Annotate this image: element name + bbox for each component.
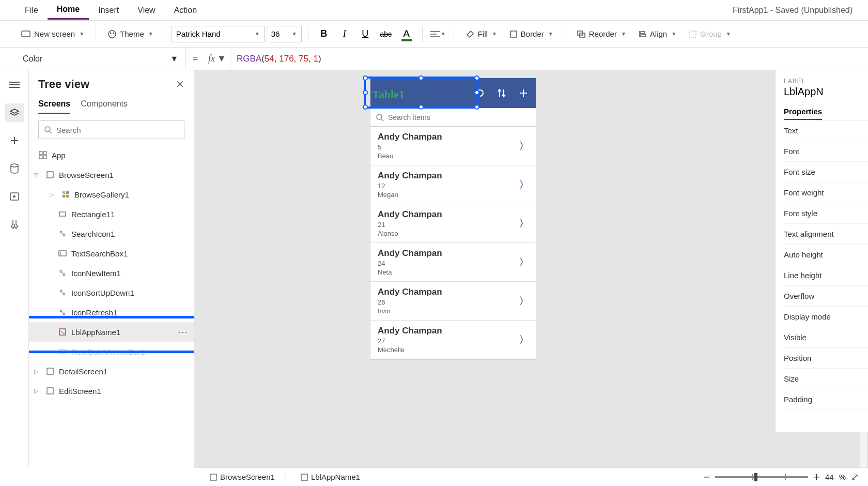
- menu-action[interactable]: Action: [165, 2, 206, 19]
- tree-node-iconrefresh[interactable]: IconRefresh1: [29, 302, 194, 322]
- chevron-right-icon[interactable]: 〉: [519, 178, 529, 191]
- underline-button[interactable]: U: [356, 25, 375, 43]
- zoom-slider[interactable]: [715, 476, 808, 478]
- close-panel-button[interactable]: ✕: [176, 78, 184, 90]
- more-options-button[interactable]: ⋯: [178, 326, 189, 338]
- font-family-select[interactable]: Patrick Hand ▼: [172, 26, 265, 42]
- list-item[interactable]: Andy Champan24Neta〉: [370, 243, 536, 282]
- property-row[interactable]: Overflow: [784, 286, 868, 307]
- resize-handle[interactable]: [419, 75, 424, 81]
- strikethrough-button[interactable]: abc: [377, 25, 395, 43]
- add-button[interactable]: [515, 85, 532, 101]
- media-button[interactable]: [5, 187, 24, 206]
- tree-node-rectquick[interactable]: RectQuickActionBar1: [29, 342, 194, 361]
- property-row[interactable]: Text alignment: [784, 224, 868, 245]
- align-button[interactable]: Align ▼: [633, 26, 681, 41]
- chevron-right-icon[interactable]: 〉: [519, 333, 529, 346]
- resize-handle[interactable]: [419, 104, 424, 110]
- resize-handle[interactable]: [474, 90, 479, 95]
- list-item[interactable]: Andy Champan12Megan〉: [370, 165, 536, 204]
- property-selector[interactable]: Color ▼: [16, 48, 186, 70]
- list-item[interactable]: Andy Champan27Mechelle〉: [370, 321, 536, 359]
- advanced-button[interactable]: [5, 215, 24, 234]
- resize-handle[interactable]: [363, 90, 368, 95]
- resize-handle[interactable]: [363, 104, 368, 110]
- new-screen-button[interactable]: New screen ▼: [16, 26, 89, 41]
- tree-node-browsescreen[interactable]: ▽ BrowseScreen1: [29, 165, 194, 185]
- property-row[interactable]: Font size: [784, 162, 868, 183]
- chevron-right-icon[interactable]: 〉: [519, 217, 529, 230]
- font-size-select[interactable]: 36 ▼: [267, 26, 302, 42]
- tree-node-textsearch[interactable]: TextSearchBox1: [29, 244, 194, 263]
- property-row[interactable]: Display mode: [784, 307, 868, 327]
- canvas[interactable]: Andy Champan5Beau〉Andy Champan12Megan〉An…: [194, 70, 868, 467]
- svg-point-1: [109, 31, 116, 38]
- zoom-out-button[interactable]: −: [703, 470, 710, 484]
- font-color-button[interactable]: A: [397, 25, 416, 43]
- chevron-right-icon[interactable]: 〉: [519, 295, 529, 307]
- tree-node-lblappname[interactable]: LblAppName1 ⋯: [29, 322, 194, 342]
- property-row[interactable]: Text: [784, 120, 868, 141]
- property-row[interactable]: Font weight: [784, 183, 868, 203]
- bold-button[interactable]: B: [315, 25, 333, 43]
- chevron-down-icon[interactable]: ▽: [34, 172, 41, 178]
- chevron-right-icon[interactable]: 〉: [519, 256, 529, 268]
- text-align-button[interactable]: ▼: [429, 25, 447, 43]
- fill-button[interactable]: Fill ▼: [460, 26, 502, 42]
- control-name[interactable]: LblAppN: [784, 86, 868, 98]
- tab-properties[interactable]: Properties: [784, 104, 822, 120]
- app-search-input[interactable]: [388, 113, 531, 122]
- resize-handle[interactable]: [474, 75, 479, 81]
- list-item[interactable]: Andy Champan26Irvin〉: [370, 282, 536, 321]
- menu-view[interactable]: View: [128, 2, 164, 19]
- resize-handle[interactable]: [363, 75, 368, 81]
- property-row[interactable]: Size: [784, 369, 868, 389]
- list-item[interactable]: Andy Champan5Beau〉: [370, 127, 536, 165]
- tree-node-searchicon[interactable]: SearchIcon1: [29, 224, 194, 244]
- insert-button[interactable]: [5, 131, 24, 150]
- property-row[interactable]: Auto height: [784, 245, 868, 265]
- resize-handle[interactable]: [474, 104, 479, 110]
- data-button[interactable]: [5, 159, 24, 178]
- breadcrumb-control[interactable]: LblAppName1: [295, 468, 366, 486]
- menu-home[interactable]: Home: [48, 1, 89, 20]
- breadcrumb-screen[interactable]: BrowseScreen1: [204, 468, 281, 486]
- formula-input[interactable]: RGBA(54, 176, 75, 1): [230, 53, 868, 64]
- tab-components[interactable]: Components: [81, 95, 128, 114]
- menu-file[interactable]: File: [16, 2, 48, 19]
- property-row[interactable]: Line height: [784, 265, 868, 286]
- property-row[interactable]: Position: [784, 348, 868, 369]
- tab-screens[interactable]: Screens: [38, 95, 70, 114]
- tree-node-rectangle[interactable]: Rectangle11: [29, 204, 194, 224]
- tree-node-iconnew[interactable]: IconNewItem1: [29, 263, 194, 283]
- tree-node-browsegallery[interactable]: ▷ BrowseGallery1: [29, 185, 194, 204]
- italic-button[interactable]: I: [335, 25, 354, 43]
- fx-button[interactable]: fx ▼: [205, 48, 230, 70]
- theme-button[interactable]: Theme ▼: [102, 26, 159, 42]
- chevron-right-icon[interactable]: ▷: [50, 191, 57, 198]
- tree-search-input[interactable]: [56, 126, 179, 134]
- sort-button[interactable]: [493, 85, 510, 101]
- palette-icon: [107, 29, 117, 39]
- property-row[interactable]: Visible: [784, 327, 868, 348]
- property-row[interactable]: Padding: [784, 389, 868, 410]
- chevron-right-icon[interactable]: ▷: [34, 368, 41, 375]
- tree-node-detailscreen[interactable]: ▷ DetailScreen1: [29, 361, 194, 381]
- property-row[interactable]: Font style: [784, 203, 868, 224]
- tree-search-box[interactable]: [38, 120, 184, 139]
- border-button[interactable]: Border ▼: [504, 26, 559, 41]
- canvas-selection-box[interactable]: Table1: [364, 77, 478, 109]
- hamburger-button[interactable]: [5, 75, 24, 94]
- zoom-in-button[interactable]: +: [813, 470, 820, 484]
- chevron-right-icon[interactable]: 〉: [519, 140, 529, 152]
- fit-screen-button[interactable]: ⤢: [851, 472, 859, 483]
- reorder-button[interactable]: Reorder ▼: [571, 26, 631, 41]
- property-row[interactable]: Font: [784, 141, 868, 162]
- tree-node-app[interactable]: App: [29, 145, 194, 165]
- tree-node-iconsort[interactable]: IconSortUpDown1: [29, 283, 194, 302]
- chevron-right-icon[interactable]: ▷: [34, 388, 41, 394]
- list-item[interactable]: Andy Champan21Alonso〉: [370, 204, 536, 243]
- tree-view-button[interactable]: [5, 103, 24, 122]
- tree-node-editscreen[interactable]: ▷ EditScreen1: [29, 381, 194, 401]
- menu-insert[interactable]: Insert: [89, 2, 128, 19]
